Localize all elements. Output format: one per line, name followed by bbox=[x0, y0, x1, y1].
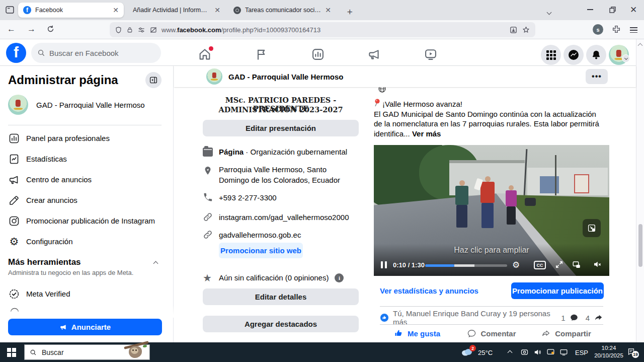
thumbs-up-icon bbox=[394, 329, 404, 338]
extensions-puzzle-icon[interactable] bbox=[612, 25, 621, 34]
sidebar-item-crear-anuncios[interactable]: Crear anuncios bbox=[0, 190, 174, 210]
facebook-logo[interactable]: f bbox=[6, 43, 26, 63]
clock-time: 10:24 bbox=[594, 344, 624, 352]
collapse-sidebar-button[interactable] bbox=[145, 72, 162, 88]
video-tab[interactable] bbox=[424, 47, 438, 61]
info-icon[interactable]: i bbox=[335, 273, 344, 282]
video-settings-gear-icon[interactable]: ⚙ bbox=[512, 260, 520, 270]
page-avatar[interactable] bbox=[8, 95, 28, 115]
captions-button[interactable]: CC bbox=[534, 261, 546, 269]
url-bar[interactable]: www.facebook.com/profile.php?id=10009370… bbox=[110, 22, 535, 37]
save-page-icon[interactable] bbox=[509, 26, 518, 34]
tab-tareas[interactable]: Tareas comunicador social GAD ✕ bbox=[228, 3, 336, 18]
divider bbox=[8, 125, 162, 125]
video-progress-bar[interactable] bbox=[425, 264, 507, 267]
tab-informes[interactable]: Añadir Actividad | Informes Mensua ✕ bbox=[128, 3, 225, 18]
pause-button[interactable] bbox=[381, 261, 387, 268]
volume-tray-icon[interactable] bbox=[533, 348, 542, 356]
temperature-text[interactable]: 25°C bbox=[478, 349, 493, 356]
edit-intro-button[interactable]: Editar presentación bbox=[203, 120, 359, 136]
category-value: · Organización gubernamental bbox=[244, 148, 347, 156]
home-tab[interactable] bbox=[198, 47, 212, 61]
close-tab-icon[interactable]: ✕ bbox=[113, 6, 119, 14]
notification-center-icon[interactable]: 19 bbox=[627, 347, 635, 356]
browser-tab-bar: f Facebook ✕ Añadir Actividad | Informes… bbox=[0, 0, 644, 20]
reactions-text[interactable]: Tú, Manuel Enrique Band Curay y 19 perso… bbox=[393, 309, 557, 326]
share-button[interactable]: Compartir bbox=[529, 326, 603, 341]
notifications-button[interactable] bbox=[586, 45, 606, 65]
apps-grid-button[interactable] bbox=[541, 45, 561, 65]
like-reaction-icon[interactable] bbox=[380, 313, 389, 322]
language-indicator[interactable]: ESP bbox=[575, 349, 588, 356]
camera-tray-icon[interactable] bbox=[520, 348, 529, 356]
like-button[interactable]: Me gusta bbox=[380, 326, 454, 341]
new-tab-button[interactable]: ＋ bbox=[345, 6, 354, 18]
sidebar-page-name[interactable]: GAD - Parroquial Valle Hermoso bbox=[36, 101, 145, 109]
minimize-button[interactable] bbox=[580, 0, 601, 19]
tab-facebook[interactable]: f Facebook ✕ bbox=[18, 3, 124, 18]
fullscreen-icon[interactable] bbox=[555, 260, 564, 269]
back-icon[interactable]: ← bbox=[7, 24, 16, 34]
menu-hamburger-icon[interactable] bbox=[630, 26, 637, 34]
sidebar-item-instagram[interactable]: Promocionar publicación de Instagram bbox=[0, 210, 174, 231]
view-stats-link[interactable]: Ver estadísticas y anuncios bbox=[380, 286, 478, 295]
add-featured-button[interactable]: Agregar destacados bbox=[203, 316, 359, 332]
more-options-button[interactable]: ••• bbox=[586, 69, 608, 84]
firefox-view-icon[interactable] bbox=[5, 5, 15, 15]
sidebar-item-estadisticas[interactable]: Estadísticas bbox=[0, 149, 174, 169]
promote-website-button[interactable]: Promocionar sitio web bbox=[219, 243, 303, 258]
tray-expand-chevron[interactable] bbox=[508, 350, 513, 355]
page-scrollbar[interactable] bbox=[636, 39, 644, 342]
list-tabs-icon[interactable] bbox=[547, 7, 551, 16]
see-more-link[interactable]: Ver más bbox=[412, 129, 441, 138]
network-icon[interactable] bbox=[559, 348, 568, 356]
close-window-button[interactable]: ✕ bbox=[623, 0, 644, 19]
instagram-link[interactable]: instagram.com/gad_vallehermoso2000 bbox=[219, 212, 349, 223]
shares-count[interactable]: 4 bbox=[586, 314, 590, 322]
sidebar-item-meta-verified[interactable]: Meta Verified bbox=[0, 283, 174, 304]
extension-s-icon[interactable]: s bbox=[593, 24, 603, 35]
comment-icon bbox=[467, 329, 476, 338]
restore-button[interactable] bbox=[602, 0, 623, 19]
page-name: GAD - Parroquial Valle Hermoso bbox=[228, 73, 343, 81]
sidebar-item-panel[interactable]: Panel para profesionales bbox=[0, 128, 174, 149]
volume-muted-icon[interactable] bbox=[592, 260, 602, 269]
advertise-button[interactable]: Anunciarte bbox=[8, 319, 162, 335]
pip-icon[interactable] bbox=[572, 260, 581, 269]
forward-icon[interactable]: → bbox=[27, 24, 36, 34]
clock[interactable]: 10:24 20/10/2025 bbox=[594, 344, 624, 359]
stats-icon bbox=[8, 153, 20, 165]
sidebar-item-configuracion[interactable]: ⚙ Configuración bbox=[0, 231, 174, 252]
post-video[interactable]: Haz clic para ampliar 0:10 / 1:30 ⚙ CC bbox=[374, 145, 609, 276]
bookmark-star-icon[interactable] bbox=[522, 26, 530, 34]
chevron-up-icon[interactable] bbox=[154, 258, 157, 267]
gear-icon: ⚙ bbox=[8, 236, 20, 247]
page-sticky-header: GAD - Parroquial Valle Hermoso bbox=[174, 66, 636, 87]
close-tab-icon[interactable]: ✕ bbox=[214, 6, 220, 14]
edit-details-button[interactable]: Editar detalles bbox=[203, 288, 359, 305]
scrollbar-thumb[interactable] bbox=[638, 224, 642, 267]
screen-share-icon[interactable] bbox=[546, 348, 555, 356]
weather-cloud-icon[interactable]: 2 bbox=[461, 347, 473, 356]
start-button[interactable] bbox=[7, 348, 16, 357]
account-chevron-icon[interactable] bbox=[622, 54, 630, 62]
facebook-search-input[interactable]: Buscar en Facebook bbox=[31, 43, 161, 63]
sidebar-collapse-icon bbox=[149, 76, 158, 85]
pages-flag-tab[interactable] bbox=[255, 47, 269, 61]
close-tab-icon[interactable]: ✕ bbox=[325, 6, 331, 14]
comments-count[interactable]: 1 bbox=[561, 314, 565, 322]
person-2 bbox=[480, 176, 495, 228]
lock-icon bbox=[126, 26, 133, 34]
pin-icon bbox=[374, 99, 380, 107]
promote-post-button[interactable]: Promocionar publicación bbox=[511, 282, 604, 299]
sidebar-item-centro-anuncios[interactable]: Centro de anuncios bbox=[0, 169, 174, 190]
insights-tab[interactable] bbox=[311, 47, 325, 61]
page-avatar-small[interactable] bbox=[206, 68, 222, 85]
comment-button[interactable]: Comentar bbox=[454, 326, 529, 341]
website-link[interactable]: gadvallehermoso.gob.ec bbox=[219, 230, 301, 240]
scroll-up-arrow[interactable] bbox=[638, 43, 643, 48]
reload-icon[interactable] bbox=[46, 25, 55, 33]
ads-megaphone-tab[interactable] bbox=[367, 47, 381, 61]
video-minimize-button[interactable] bbox=[583, 219, 601, 237]
messenger-button[interactable] bbox=[564, 45, 584, 65]
